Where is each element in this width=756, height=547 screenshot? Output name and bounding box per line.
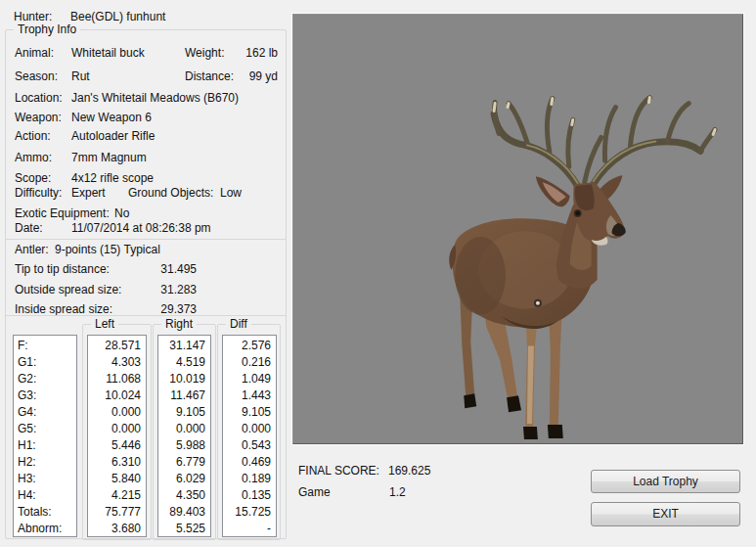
weapon-label: Weapon: <box>15 109 62 126</box>
left-value: 11.068 <box>88 371 146 387</box>
right-value: 31.147 <box>158 338 210 354</box>
score-row-label: G3: <box>14 387 76 404</box>
right-value: 89.403 <box>158 504 210 521</box>
hunter-value: Bee(GDL) funhunt <box>70 8 165 25</box>
difficulty-value: Expert <box>71 184 106 202</box>
season-row: Season: Rut Distance: 99 yd <box>6 68 286 85</box>
right-value: 6.029 <box>158 471 210 487</box>
location-row: Location: Jan's Whitetail Meadows (B670) <box>6 89 286 107</box>
tip-to-tip-row: Tip to tip distance: 31.495 <box>6 260 286 278</box>
left-column-header: Left <box>91 317 118 332</box>
diff-value: 0.135 <box>223 487 276 504</box>
exit-button[interactable]: EXIT <box>591 502 740 526</box>
right-value: 5.525 <box>158 521 210 537</box>
location-value: Jan's Whitetail Meadows (B670) <box>71 89 239 107</box>
score-row-label: Abnorm: <box>14 521 76 537</box>
score-row-label: Totals: <box>14 504 76 521</box>
right-value: 6.779 <box>158 454 210 471</box>
trophy-info-groupbox: Trophy Info Animal: Whitetail buck Weigh… <box>5 29 287 539</box>
diff-value: 1.049 <box>223 371 276 387</box>
score-row-label: H3: <box>14 471 76 487</box>
diff-value: 0.543 <box>223 437 276 454</box>
diff-values-listbox: 2.576 0.216 1.049 1.443 9.105 0.000 0.54… <box>222 335 277 537</box>
right-value: 0.000 <box>158 421 210 437</box>
load-trophy-button[interactable]: Load Trophy <box>591 470 740 493</box>
right-value: 5.988 <box>158 437 210 454</box>
animal-value: Whitetail buck <box>71 44 145 62</box>
right-value: 4.350 <box>158 487 210 504</box>
score-row-label: H2: <box>14 454 76 471</box>
divider <box>6 239 286 240</box>
score-row-label: G2: <box>14 371 76 387</box>
tip-to-tip-label: Tip to tip distance: <box>15 260 110 278</box>
left-value: 6.310 <box>88 454 146 471</box>
haunch-shadow <box>455 237 506 315</box>
right-column-header: Right <box>161 317 197 332</box>
ammo-value: 7mm Magnum <box>71 149 147 166</box>
ground-objects-label: Ground Objects: <box>128 184 213 202</box>
diff-value: 0.000 <box>223 421 276 437</box>
antlers <box>494 98 715 187</box>
tip-to-tip-value: 31.495 <box>128 260 197 278</box>
season-label: Season: <box>15 68 58 85</box>
diff-value: 9.105 <box>223 404 276 421</box>
diff-value: 0.216 <box>223 354 276 371</box>
diff-value: 15.725 <box>223 504 276 521</box>
weapon-value: New Weapon 6 <box>71 109 152 126</box>
distance-label: Distance: <box>185 68 234 85</box>
score-row-label: F: <box>14 338 76 354</box>
location-label: Location: <box>15 89 63 107</box>
outside-spread-row: Outside spread size: 31.283 <box>6 281 286 298</box>
animal-label: Animal: <box>15 44 54 62</box>
weapon-row: Weapon: New Weapon 6 <box>6 109 286 126</box>
ammo-label: Ammo: <box>15 149 52 166</box>
outside-spread-value: 31.283 <box>128 281 197 298</box>
left-value: 5.446 <box>88 437 146 454</box>
right-values-listbox: 31.147 4.519 10.019 11.467 9.105 0.000 5… <box>157 335 211 537</box>
score-labels-listbox: F: G1: G2: G3: G4: G5: H1: H2: H3: H4: T… <box>13 335 77 537</box>
difficulty-row: Difficulty: Expert Ground Objects: Low <box>6 184 286 202</box>
score-row-label: G4: <box>14 404 76 421</box>
trophy-3d-viewport[interactable] <box>292 14 743 444</box>
score-row-label: H1: <box>14 437 76 454</box>
ammo-row: Ammo: 7mm Magnum <box>6 149 286 166</box>
eye <box>575 211 580 216</box>
right-value: 11.467 <box>158 387 210 404</box>
left-value: 10.024 <box>88 387 146 404</box>
left-value: 28.571 <box>88 338 146 354</box>
date-row: Date: 11/07/2014 at 08:26:38 pm <box>6 219 286 237</box>
trophy-viewer-window: { "hunter": { "label": "Hunter:", "value… <box>0 0 756 547</box>
distance-value: 99 yd <box>249 68 278 85</box>
weight-value: 162 lb <box>245 44 278 62</box>
date-value: 11/07/2014 at 08:26:38 pm <box>71 219 211 237</box>
left-value: 5.840 <box>88 471 146 487</box>
season-value: Rut <box>71 68 90 85</box>
trophy-info-caption: Trophy Info <box>14 23 80 37</box>
left-value: 0.000 <box>88 404 146 421</box>
ground-objects-value: Low <box>220 184 242 202</box>
game-version-value: 1.2 <box>389 485 406 499</box>
game-version-label: Game <box>298 485 331 499</box>
final-score-label: FINAL SCORE: <box>298 464 379 478</box>
antler-label: Antler: <box>15 241 49 258</box>
whitetail-buck-model <box>293 15 742 443</box>
left-value: 4.215 <box>88 487 146 504</box>
action-value: Autoloader Rifle <box>71 127 155 145</box>
left-values-listbox: 28.571 4.303 11.068 10.024 0.000 0.000 5… <box>87 335 147 537</box>
difficulty-label: Difficulty: <box>15 184 62 202</box>
right-value: 10.019 <box>158 371 210 387</box>
final-score-value: 169.625 <box>388 464 430 478</box>
score-row-label: G1: <box>14 354 76 371</box>
diff-value: - <box>223 521 276 537</box>
animal-row: Animal: Whitetail buck Weight: 162 lb <box>6 44 286 62</box>
score-row-label: H4: <box>14 487 76 504</box>
diff-value: 1.443 <box>223 387 276 404</box>
diff-value: 0.469 <box>223 454 276 471</box>
antler-summary-row: Antler: 9-points (15) Typical <box>6 241 286 258</box>
outside-spread-label: Outside spread size: <box>15 281 121 298</box>
action-label: Action: <box>15 127 51 145</box>
weight-label: Weight: <box>185 44 224 62</box>
left-value: 4.303 <box>88 354 146 371</box>
diff-column-header: Diff <box>226 317 251 332</box>
wound-mark-center <box>536 301 540 305</box>
